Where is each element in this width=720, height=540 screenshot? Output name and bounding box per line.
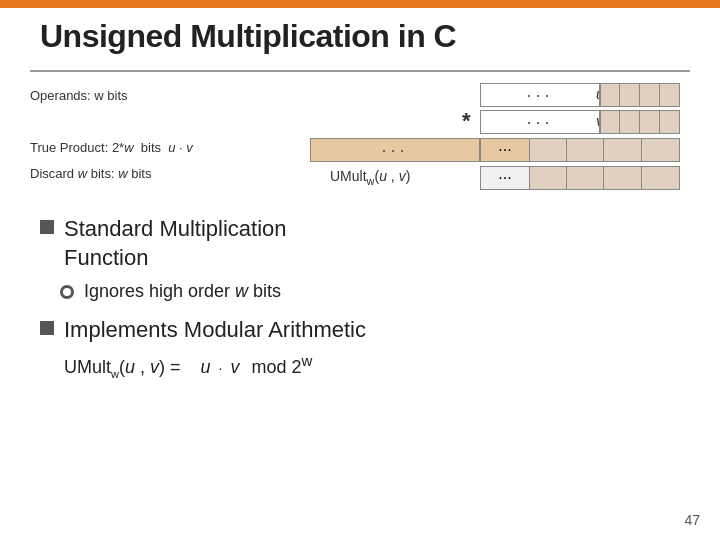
v-cell-3: [640, 110, 660, 134]
v-cell-4: [660, 110, 680, 134]
tp-right-dots: ···: [480, 138, 530, 162]
u-dots: ···: [526, 85, 553, 106]
page-title: Unsigned Multiplication in C: [40, 18, 456, 55]
bullet-2-icon: [40, 321, 54, 335]
tp-cell-1: [530, 138, 567, 162]
sub-bullet-1-text: Ignores high order w bits: [84, 280, 281, 303]
top-bar: [0, 0, 720, 8]
discard-label: Discard w bits: w bits: [30, 166, 151, 181]
bullet-2: Implements Modular Arithmetic: [40, 316, 690, 345]
tp-cell-2: [567, 138, 604, 162]
bullet-1: Standard MultiplicationFunction: [40, 215, 690, 272]
formula-umult: UMultw(u , v) =: [64, 357, 181, 380]
tp-dots: ···: [381, 140, 408, 161]
formula-u: u: [201, 357, 211, 378]
umult-label: UMultw(u , v): [330, 168, 410, 187]
divider: [30, 70, 690, 72]
v-cell-1: [600, 110, 620, 134]
v-cell-2: [620, 110, 640, 134]
true-product-label: True Product: 2*w bits u · v: [30, 140, 193, 155]
tp-left-box: ···: [310, 138, 480, 162]
bullet-1-text: Standard MultiplicationFunction: [64, 215, 287, 272]
umult-boxes: ···: [480, 166, 680, 190]
formula-line: UMultw(u , v) = u · v mod 2w: [64, 352, 690, 380]
formula-v: v: [230, 357, 239, 378]
umult-cell-2: [567, 166, 604, 190]
u-dots-box: ···: [480, 83, 600, 107]
umult-cell-4: [642, 166, 680, 190]
bullets-container: Standard MultiplicationFunction Ignores …: [40, 215, 690, 380]
label-operands: Operands: w bits: [30, 88, 128, 103]
page-number: 47: [684, 512, 700, 528]
tp-right-boxes: ···: [480, 138, 680, 162]
tp-cell-4: [642, 138, 680, 162]
sub-bullet-1: Ignores high order w bits: [40, 280, 690, 303]
u-cell-4: [660, 83, 680, 107]
umult-dots: ···: [480, 166, 530, 190]
u-cell-1: [600, 83, 620, 107]
u-grid-box: [600, 83, 680, 107]
u-cell-2: [620, 83, 640, 107]
formula-mod: mod 2w: [251, 352, 312, 378]
v-dots: ···: [526, 112, 553, 133]
v-grid-box: [600, 110, 680, 134]
bullet-2-text: Implements Modular Arithmetic: [64, 316, 366, 345]
umult-cell-1: [530, 166, 567, 190]
umult-cell-3: [604, 166, 642, 190]
sub-bullet-1-icon: [60, 285, 74, 299]
asterisk: *: [462, 108, 471, 134]
bullet-1-icon: [40, 220, 54, 234]
formula-dot: ·: [219, 360, 223, 376]
v-dots-box: ···: [480, 110, 600, 134]
u-cell-3: [640, 83, 660, 107]
tp-cell-3: [604, 138, 642, 162]
